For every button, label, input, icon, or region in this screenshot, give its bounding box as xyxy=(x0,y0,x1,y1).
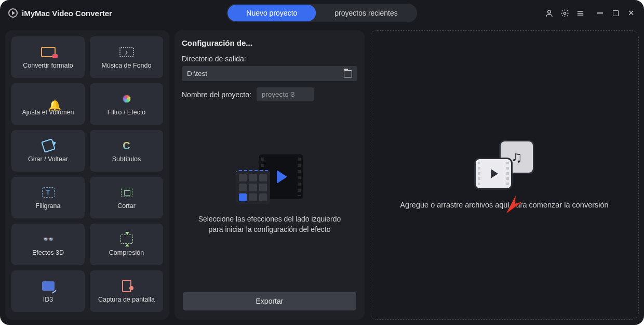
tool-subtitles[interactable]: Subtítulos xyxy=(90,130,163,172)
maximize-button[interactable] xyxy=(611,8,620,18)
tool-id3[interactable]: ID3 xyxy=(11,270,85,312)
titlebar: iMyMac Video Converter Nuevo proyecto pr… xyxy=(0,0,644,26)
effect-illustration-icon xyxy=(236,154,303,204)
close-button[interactable]: ✕ xyxy=(626,8,636,18)
config-panel: Configuración de... Directorio de salida… xyxy=(175,30,365,320)
file-dropzone[interactable]: ♫ Agregue o arrastre archivos aquí para … xyxy=(370,30,639,320)
tool-effects-3d[interactable]: Efectos 3D xyxy=(11,224,85,265)
tool-watermark[interactable]: Filigrana xyxy=(11,177,85,218)
compress-icon xyxy=(119,232,135,246)
main-body: Convertir formato Música de Fondo Ajusta… xyxy=(0,26,644,325)
settings-icon[interactable] xyxy=(560,8,569,18)
crop-icon xyxy=(119,186,135,199)
tool-background-music[interactable]: Música de Fondo xyxy=(90,36,163,78)
config-hint-line2: para iniciar la configuración del efecto xyxy=(198,224,341,235)
project-name-label: Nombre del proyecto: xyxy=(182,90,251,99)
tool-label: Girar / Voltear xyxy=(28,155,68,163)
volume-icon xyxy=(41,92,56,106)
tool-label: ID3 xyxy=(43,296,53,303)
window-controls: ✕ xyxy=(544,8,636,18)
app-brand: iMyMac Video Converter xyxy=(8,8,112,18)
screenshot-icon xyxy=(119,279,135,293)
tool-label: Cortar xyxy=(117,202,136,210)
tool-filter-effect[interactable]: Filtro / Efecto xyxy=(90,83,163,125)
folder-icon[interactable] xyxy=(344,70,352,77)
tools-sidebar: Convertir formato Música de Fondo Ajusta… xyxy=(5,30,169,320)
output-dir-value: D:\test xyxy=(187,70,207,77)
tool-label: Música de Fondo xyxy=(102,62,152,69)
output-dir-label: Directorio de salida: xyxy=(182,55,357,63)
tool-compression[interactable]: Compresión xyxy=(90,224,163,265)
cursor-arrow-icon xyxy=(504,192,523,215)
svg-point-1 xyxy=(564,12,566,14)
minimize-button[interactable] xyxy=(595,8,605,18)
export-button[interactable]: Exportar xyxy=(183,292,356,310)
app-logo-icon xyxy=(8,8,18,18)
id3-icon xyxy=(41,279,56,293)
tool-label: Efectos 3D xyxy=(32,249,64,256)
tool-label: Subtítulos xyxy=(112,155,141,163)
tool-convert-format[interactable]: Convertir formato xyxy=(11,36,85,78)
project-name-input[interactable]: proyecto-3 xyxy=(257,87,314,101)
tool-screenshot[interactable]: Captura de pantalla xyxy=(90,270,163,312)
svg-point-0 xyxy=(547,10,551,13)
config-hint-line1: Seleccione las efecciones del lado izqui… xyxy=(198,214,341,224)
tool-label: Convertir formato xyxy=(23,62,73,69)
tool-label: Filigrana xyxy=(36,202,61,210)
menu-icon[interactable] xyxy=(575,8,585,18)
tool-crop[interactable]: Cortar xyxy=(90,177,163,218)
app-title: iMyMac Video Converter xyxy=(22,9,112,18)
tool-adjust-volume[interactable]: Ajusta el Volúmen xyxy=(11,83,85,125)
watermark-icon xyxy=(41,186,56,199)
tool-rotate-flip[interactable]: Girar / Voltear xyxy=(11,130,85,172)
tool-label: Filtro / Efecto xyxy=(108,109,146,116)
glasses-3d-icon xyxy=(41,232,56,246)
dropzone-media-icon: ♫ xyxy=(476,141,533,188)
rotate-icon xyxy=(41,139,56,152)
tool-label: Captura de pantalla xyxy=(98,296,155,303)
effect-illustration: Seleccione las efecciones del lado izqui… xyxy=(182,101,357,288)
tab-recent-projects[interactable]: proyectos recientes xyxy=(316,5,416,21)
filter-icon xyxy=(119,92,135,106)
app-window: iMyMac Video Converter Nuevo proyecto pr… xyxy=(0,0,644,325)
convert-format-icon xyxy=(41,45,56,59)
config-title: Configuración de... xyxy=(182,38,357,47)
output-dir-field[interactable]: D:\test xyxy=(182,66,357,81)
subtitles-icon xyxy=(119,139,135,152)
account-icon[interactable] xyxy=(544,8,554,18)
project-tabs: Nuevo proyecto proyectos recientes xyxy=(226,4,417,22)
music-icon xyxy=(119,45,135,59)
tool-label: Compresión xyxy=(109,249,144,256)
tab-new-project[interactable]: Nuevo proyecto xyxy=(227,5,316,21)
